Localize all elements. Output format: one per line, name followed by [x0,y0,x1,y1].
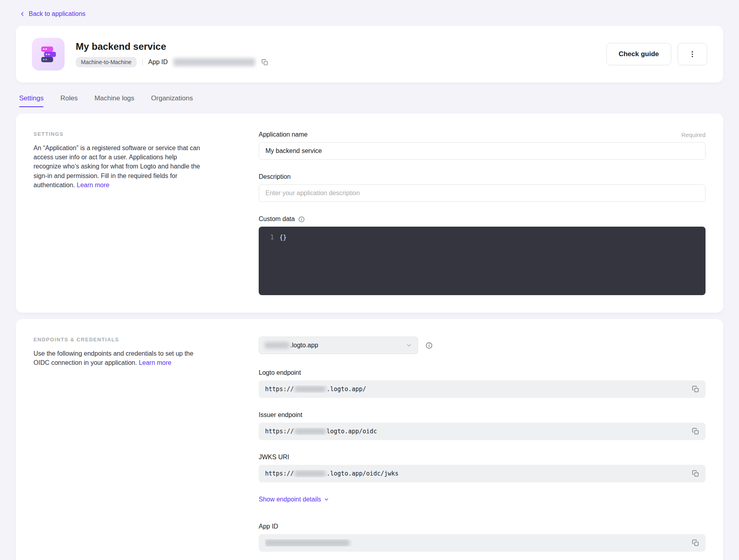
copy-jwks-uri-button[interactable] [691,469,700,478]
tab-settings-label: Settings [19,94,43,102]
copy-icon [692,386,699,393]
tab-roles[interactable]: Roles [60,94,77,107]
copy-app-id-button[interactable] [691,538,700,547]
tab-machine-logs[interactable]: Machine logs [94,94,134,107]
copy-logto-endpoint-button[interactable] [691,385,700,394]
settings-form: Application name Required Description Cu… [259,131,706,295]
jwks-uri-suffix: .logto.app/oidc/jwks [326,470,399,477]
settings-section-heading: SETTINGS [33,131,201,137]
copy-icon [692,539,699,546]
application-name-field: Application name Required [259,131,706,160]
settings-description-text: An “Application” is a registered softwar… [33,145,200,188]
app-id-value [259,534,706,552]
redacted-tenant-id [295,470,326,477]
chevron-down-icon [406,342,412,349]
header-actions: Check guide [606,43,707,65]
domain-info-icon[interactable] [425,342,433,349]
issuer-endpoint-label: Issuer endpoint [259,411,302,419]
application-name-label: Application name [259,131,308,138]
header-app-id-label: App ID [148,59,168,66]
tab-organizations-label: Organizations [151,94,193,102]
jwks-uri-label: JWKS URI [259,454,289,461]
application-meta-row: Machine-to-Machine App ID [76,57,595,67]
show-endpoint-details-label: Show endpoint details [259,496,321,503]
redacted-tenant-id [295,386,326,392]
chevron-left-icon [19,11,26,17]
endpoints-section-card: ENDPOINTS & CREDENTIALS Use the followin… [16,319,723,560]
description-label: Description [259,173,291,180]
application-name-input[interactable] [259,142,706,160]
application-header-info: My backend service Machine-to-Machine Ap… [76,41,595,67]
tab-bar: Settings Roles Machine logs Organization… [16,94,723,107]
copy-icon [261,59,268,66]
jwks-uri-value: https:// .logto.app/oidc/jwks [259,465,706,482]
meta-divider [142,59,143,66]
domain-select[interactable]: .logto.app [259,337,418,354]
issuer-endpoint-field: Issuer endpoint https:// logto.app/oidc [259,411,706,440]
settings-section-intro: SETTINGS An “Application” is a registere… [33,131,201,190]
tab-roles-label: Roles [60,94,77,102]
issuer-endpoint-suffix: logto.app/oidc [326,428,377,435]
logto-endpoint-field: Logto endpoint https:// .logto.app/ [259,369,706,398]
redacted-tenant-id [295,428,326,435]
editor-content: {} [279,234,287,288]
custom-data-label: Custom data [259,215,295,223]
jwks-uri-prefix: https:// [265,470,294,477]
active-tab-underline [19,106,43,107]
copy-app-id-button[interactable] [261,58,269,67]
logto-endpoint-value: https:// .logto.app/ [259,380,706,398]
copy-issuer-endpoint-button[interactable] [691,427,700,436]
editor-line-number: 1 [259,234,279,288]
domain-suffix: .logto.app [290,342,406,349]
endpoints-learn-more-link[interactable]: Learn more [139,359,171,366]
more-options-button[interactable] [678,43,707,65]
show-endpoint-details-link[interactable]: Show endpoint details [259,496,329,503]
issuer-endpoint-prefix: https:// [265,428,294,435]
chevron-down-icon [324,497,329,502]
endpoints-section-heading: ENDPOINTS & CREDENTIALS [33,337,201,343]
issuer-endpoint-value: https:// logto.app/oidc [259,423,706,440]
settings-learn-more-link[interactable]: Learn more [77,182,110,188]
application-title: My backend service [76,41,595,52]
tab-settings[interactable]: Settings [19,94,43,107]
tab-organizations[interactable]: Organizations [151,94,193,107]
logto-endpoint-prefix: https:// [265,386,294,393]
application-header-card: My backend service Machine-to-Machine Ap… [16,26,723,82]
custom-data-field: Custom data 1 {} [259,215,706,295]
endpoints-section-description: Use the following endpoints and credenti… [33,349,201,367]
logto-endpoint-label: Logto endpoint [259,369,301,376]
custom-data-code-editor[interactable]: 1 {} [259,227,706,295]
app-id-field: App ID [259,523,706,552]
application-type-badge: Machine-to-Machine [76,57,137,67]
endpoints-section-intro: ENDPOINTS & CREDENTIALS Use the followin… [33,337,201,367]
logto-endpoint-suffix: .logto.app/ [326,386,366,393]
redacted-app-id-value [265,539,350,546]
jwks-uri-field: JWKS URI https:// .logto.app/oidc/jwks [259,454,706,482]
custom-data-info-icon[interactable] [298,216,305,223]
application-logo-icon [32,38,65,70]
settings-section-description: An “Application” is a registered softwar… [33,143,201,190]
back-to-applications-link[interactable]: Back to applications [19,10,85,18]
copy-icon [692,470,699,477]
tab-machine-logs-label: Machine logs [94,94,134,102]
check-guide-button[interactable]: Check guide [606,43,671,65]
app-id-label: App ID [259,523,278,530]
application-details-page: Back to applications My backend service … [0,0,739,560]
domain-row: .logto.app [259,337,706,354]
redacted-tenant-id [265,342,289,349]
endpoints-form: .logto.app Logto endpoint https:// [259,337,706,552]
settings-section-card: SETTINGS An “Application” is a registere… [16,114,723,313]
redacted-app-id-value [173,58,255,66]
description-field: Description [259,173,706,202]
required-label: Required [681,131,706,138]
copy-icon [692,428,699,435]
back-link-label: Back to applications [29,10,85,18]
description-input[interactable] [259,184,706,202]
kebab-icon [688,50,696,58]
